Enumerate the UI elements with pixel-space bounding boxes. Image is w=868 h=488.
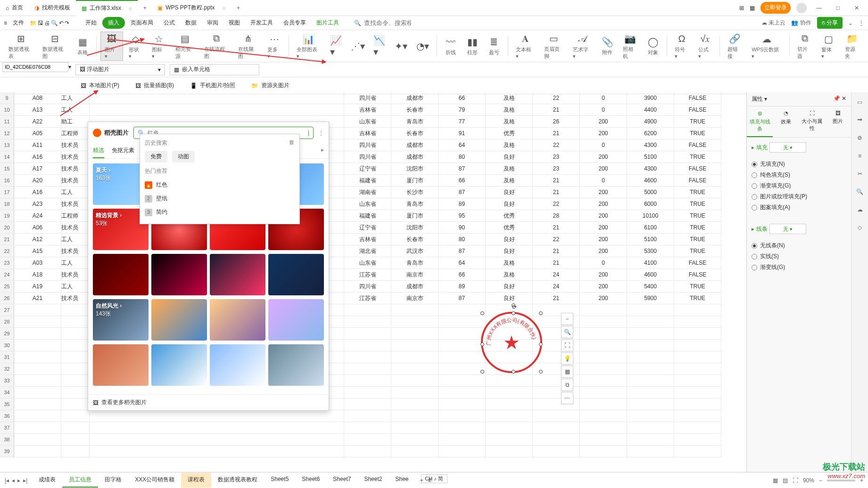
cell[interactable] [61,446,90,457]
cell[interactable] [486,410,533,422]
view-read-icon[interactable]: ⛶ [793,477,798,484]
cell[interactable] [438,375,486,386]
cell[interactable]: A21 [14,293,61,304]
cell[interactable]: FALSE [674,139,721,151]
row-header[interactable]: 39 [0,446,14,457]
cell[interactable] [61,387,90,398]
cell[interactable]: 四川省 [344,151,391,163]
cell[interactable]: 及格 [486,92,533,104]
ribbon-hyperlink[interactable]: 🔗超链接 [724,32,746,61]
ribbon-chart-4[interactable]: ✦▾ [391,39,411,53]
cell[interactable]: 青岛市 [391,198,438,210]
panel-close-icon[interactable]: ✕ [842,95,846,102]
cell[interactable]: 3900 [627,92,674,104]
cell[interactable] [580,375,627,386]
ribbon-allcharts[interactable]: 📊全部图表 ▾ [293,32,324,60]
thumb-sky-2[interactable] [151,344,207,386]
cell[interactable]: 山东省 [344,257,391,268]
cell[interactable] [674,316,721,327]
cell[interactable]: 长沙市 [391,187,438,198]
ribbon-wordart[interactable]: 𝒜艺术字 ▾ [569,32,595,60]
menu-view[interactable]: 视图 [224,17,245,29]
cell[interactable]: 工人 [61,257,90,268]
tab-close-icon[interactable]: ○ [222,5,225,11]
cell[interactable]: 厦门市 [391,210,438,221]
cell[interactable] [580,328,627,339]
cell[interactable]: 长春市 [391,128,438,139]
cell[interactable] [61,304,90,316]
cell[interactable]: 80 [438,234,486,245]
cell[interactable] [627,422,674,433]
cell[interactable] [438,328,486,339]
row-header[interactable]: 32 [0,363,14,374]
cell[interactable]: 成都市 [391,281,438,292]
cell[interactable] [580,434,627,445]
cell[interactable] [627,316,674,327]
cell[interactable] [344,399,391,410]
row-header[interactable]: 12 [0,128,14,139]
tab-close-icon[interactable]: ○ [129,5,132,12]
cell[interactable]: 4900 [627,116,674,127]
ribbon-icons[interactable]: ☆图标 ▾ [148,32,169,60]
cell[interactable] [14,375,61,386]
cell[interactable] [438,410,486,422]
cell[interactable]: A11 [14,139,61,151]
cell[interactable]: 0 [580,92,627,104]
cell[interactable]: 沈阳市 [391,222,438,233]
cell[interactable] [391,328,438,339]
cell[interactable] [674,422,721,433]
cell[interactable]: 沈阳市 [391,163,438,174]
cell[interactable] [344,363,391,374]
cell[interactable]: 技术员 [61,175,90,186]
cell[interactable]: 5300 [627,245,674,257]
cell[interactable]: A16 [14,187,61,198]
row-header[interactable]: 34 [0,387,14,398]
row-header[interactable]: 23 [0,257,14,268]
fill-opt-solid[interactable]: 纯色填充(S) [752,171,846,179]
cell[interactable] [61,434,90,445]
cell[interactable] [627,446,674,457]
cell[interactable]: 良好 [486,245,533,257]
cell[interactable] [90,434,344,445]
cell[interactable] [90,446,344,457]
command-search-input[interactable] [364,19,411,26]
cell[interactable] [438,340,486,351]
tab-docer[interactable]: ◑找稻壳模板 [29,0,76,16]
float-crop[interactable]: 🔍 [561,326,573,338]
cell[interactable] [344,422,391,433]
row-header[interactable]: 19 [0,210,14,221]
row-header[interactable]: 22 [0,245,14,257]
thumb-sky-1[interactable] [93,344,149,386]
ribbon-object[interactable]: ◯对象 [643,35,663,57]
cell[interactable] [344,351,391,363]
cell[interactable]: 87 [438,245,486,257]
cell[interactable] [627,410,674,422]
cell[interactable]: 95 [438,210,486,221]
cell[interactable]: 23 [533,151,580,163]
cell[interactable] [14,340,61,351]
row-header[interactable]: 21 [0,234,14,245]
cell[interactable] [90,410,344,422]
fill-opt-picture[interactable]: 图片或纹理填充(P) [752,193,846,201]
cell[interactable]: 21 [533,245,580,257]
ribbon-equation[interactable]: √𝑥公式 ▾ [694,32,716,60]
cell[interactable]: 优秀 [486,222,533,233]
cell[interactable] [344,328,391,339]
cell[interactable]: 89 [438,198,486,210]
cell[interactable]: A08 [14,92,61,104]
menu-start[interactable]: 开始 [81,17,101,29]
cell[interactable] [61,316,90,327]
cell[interactable]: 66 [438,175,486,186]
cell[interactable]: A23 [14,198,61,210]
cell[interactable] [533,422,580,433]
tab-ppt[interactable]: ▣WPS PPT教程.pptx○ [152,0,231,16]
cell[interactable]: 长春市 [391,234,438,245]
cell[interactable] [580,422,627,433]
cell[interactable]: 4600 [627,175,674,186]
menu-formula[interactable]: 公式 [159,17,180,29]
batch-insert-btn[interactable]: 🖼 批量插图(B) [130,79,179,92]
cell[interactable]: 0 [580,175,627,186]
cell[interactable]: 山东省 [344,198,391,210]
cell[interactable]: 成都市 [391,151,438,163]
cell[interactable]: 辽宁省 [344,222,391,233]
